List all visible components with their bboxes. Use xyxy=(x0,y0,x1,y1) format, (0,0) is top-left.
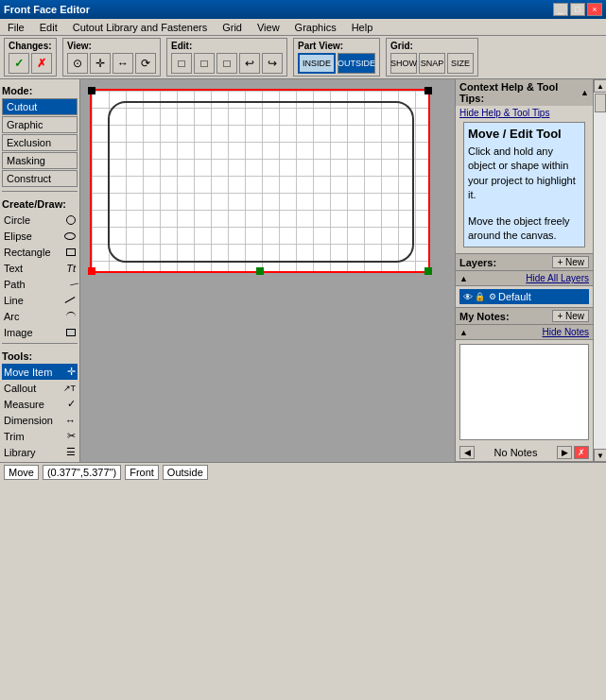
notes-next-button[interactable]: ▶ xyxy=(557,446,572,459)
dimension-icon: ↔ xyxy=(65,415,76,426)
tool-dimension[interactable]: Dimension ↔ xyxy=(2,412,78,428)
mode-construct[interactable]: Construct xyxy=(2,170,78,187)
edit-redo-button[interactable]: ↪ xyxy=(262,53,283,74)
create-label: Create/Draw: xyxy=(2,198,78,210)
mode-cutout[interactable]: Cutout xyxy=(2,98,78,115)
right-scrollbar[interactable]: ▲ ▼ xyxy=(593,79,606,462)
edit-paste-button[interactable]: □ xyxy=(194,53,215,74)
tool-move-item[interactable]: Move Item ✛ xyxy=(2,364,78,380)
create-text[interactable]: Text Tt xyxy=(2,260,78,276)
mode-masking[interactable]: Masking xyxy=(2,152,78,169)
minimize-button[interactable]: _ xyxy=(553,3,568,16)
view-refresh-button[interactable]: ⟳ xyxy=(135,53,156,74)
handle-tr[interactable] xyxy=(424,87,432,94)
part-view-group: Part View: INSIDE OUTSIDE xyxy=(293,38,380,77)
canvas-panel[interactable] xyxy=(90,89,430,273)
create-circle[interactable]: Circle xyxy=(2,212,78,228)
inside-view-button[interactable]: INSIDE xyxy=(298,53,336,74)
new-note-button[interactable]: + New xyxy=(552,310,589,322)
scroll-thumb[interactable] xyxy=(595,94,606,112)
right-panel: Context Help & Tool Tips: ▲ Hide Help & … xyxy=(455,79,606,462)
scroll-track[interactable] xyxy=(594,93,606,449)
edit-delete-button[interactable]: □ xyxy=(216,53,237,74)
maximize-button[interactable]: □ xyxy=(570,3,585,16)
notes-area[interactable] xyxy=(459,344,589,440)
tool-measure[interactable]: Measure ✓ xyxy=(2,396,78,412)
menu-edit[interactable]: Edit xyxy=(36,21,61,34)
view-pan-button[interactable]: ✛ xyxy=(90,53,111,74)
divider-2 xyxy=(2,343,78,344)
menu-graphics[interactable]: Graphics xyxy=(291,21,340,34)
layer-controls: ▲ Hide All Layers xyxy=(456,271,593,286)
handle-bl[interactable] xyxy=(88,267,95,275)
edit-copy-button[interactable]: □ xyxy=(171,53,192,74)
outside-view-button[interactable]: OUTSIDE xyxy=(338,53,375,74)
menu-help[interactable]: Help xyxy=(348,21,377,34)
menu-view[interactable]: View xyxy=(253,21,284,34)
new-layer-button[interactable]: + New xyxy=(552,256,589,268)
notes-delete-button[interactable]: ✗ xyxy=(574,446,589,459)
svg-rect-0 xyxy=(92,91,428,271)
view-label: View: xyxy=(67,41,156,51)
canvas-area[interactable] xyxy=(80,79,455,462)
divider-1 xyxy=(2,191,78,192)
edit-group: Edit: □ □ □ ↩ ↪ xyxy=(166,38,287,77)
menu-file[interactable]: File xyxy=(4,21,28,34)
layer-eye-icon[interactable]: 👁 xyxy=(463,292,473,302)
create-ellipse[interactable]: Elipse xyxy=(2,228,78,244)
context-help-body: Hide Help & Tool Tips Move / Edit Tool C… xyxy=(456,106,593,253)
create-rectangle[interactable]: Rectangle xyxy=(2,244,78,260)
edit-undo-button[interactable]: ↩ xyxy=(239,53,260,74)
ellipse-label: Elipse xyxy=(4,230,32,242)
handle-tl[interactable] xyxy=(88,87,95,94)
view-buttons: ⊙ ✛ ↔ ⟳ xyxy=(67,53,156,74)
notes-prev-button[interactable]: ◀ xyxy=(459,446,475,459)
layer-gear-icon: ⚙ xyxy=(489,292,496,301)
edit-label: Edit: xyxy=(171,41,283,51)
create-image[interactable]: Image xyxy=(2,324,78,340)
create-line[interactable]: Line xyxy=(2,292,78,308)
close-button[interactable]: × xyxy=(587,3,602,16)
context-help-header[interactable]: Context Help & Tool Tips: ▲ xyxy=(456,79,593,106)
layer-default[interactable]: 👁 🔒 ⚙ Default xyxy=(459,289,589,304)
hide-notes-link[interactable]: Hide Notes xyxy=(543,327,589,337)
notes-nav: ◀ No Notes ▶ ✗ xyxy=(456,444,593,461)
hide-all-layers-link[interactable]: Hide All Layers xyxy=(526,273,589,283)
grid-snap-button[interactable]: SNAP xyxy=(419,53,445,74)
arc-label: Arc xyxy=(4,311,20,322)
mode-exclusion[interactable]: Exclusion xyxy=(2,134,78,151)
cancel-button[interactable]: ✗ xyxy=(31,53,52,74)
create-arc[interactable]: Arc xyxy=(2,308,78,324)
mode-graphic[interactable]: Graphic xyxy=(2,116,78,133)
edit-buttons: □ □ □ ↩ ↪ xyxy=(171,53,283,74)
text-label: Text xyxy=(4,263,23,274)
menu-cutout-library[interactable]: Cutout Library and Fasteners xyxy=(69,21,211,34)
scroll-down-button[interactable]: ▼ xyxy=(594,449,606,462)
grid-group: Grid: SHOW SNAP SIZE xyxy=(386,38,478,77)
layers-list: 👁 🔒 ⚙ Default xyxy=(456,286,593,307)
canvas-grid xyxy=(92,91,428,271)
accept-button[interactable]: ✓ xyxy=(9,53,29,74)
notes-header: My Notes: + New xyxy=(456,308,593,325)
handle-bm[interactable] xyxy=(256,267,264,275)
tool-library[interactable]: Library ☰ xyxy=(2,444,78,460)
title-text: Front Face Editor xyxy=(4,4,90,15)
hide-help-link[interactable]: Hide Help & Tool Tips xyxy=(459,108,589,118)
view-zoom-fit-button[interactable]: ⊙ xyxy=(67,53,88,74)
scroll-up-button[interactable]: ▲ xyxy=(594,79,606,93)
menu-bar: File Edit Cutout Library and Fasteners G… xyxy=(0,19,606,36)
text-icon: Tt xyxy=(66,263,76,274)
grid-size-button[interactable]: SIZE xyxy=(447,53,474,74)
library-icon: ☰ xyxy=(66,446,76,458)
toolbar: Changes: ✓ ✗ View: ⊙ ✛ ↔ ⟳ Edit: □ □ □ ↩… xyxy=(0,36,606,79)
rectangle-label: Rectangle xyxy=(4,247,51,258)
menu-grid[interactable]: Grid xyxy=(218,21,246,34)
tool-trim[interactable]: Trim ✂ xyxy=(2,428,78,444)
tool-callout[interactable]: Callout ↗T xyxy=(2,380,78,396)
view-group: View: ⊙ ✛ ↔ ⟳ xyxy=(62,38,161,77)
move-item-icon: ✛ xyxy=(67,366,76,378)
view-zoom-button[interactable]: ↔ xyxy=(113,53,133,74)
create-path[interactable]: Path ∕ xyxy=(2,276,78,292)
handle-br[interactable] xyxy=(424,267,432,275)
grid-show-button[interactable]: SHOW xyxy=(390,53,417,74)
